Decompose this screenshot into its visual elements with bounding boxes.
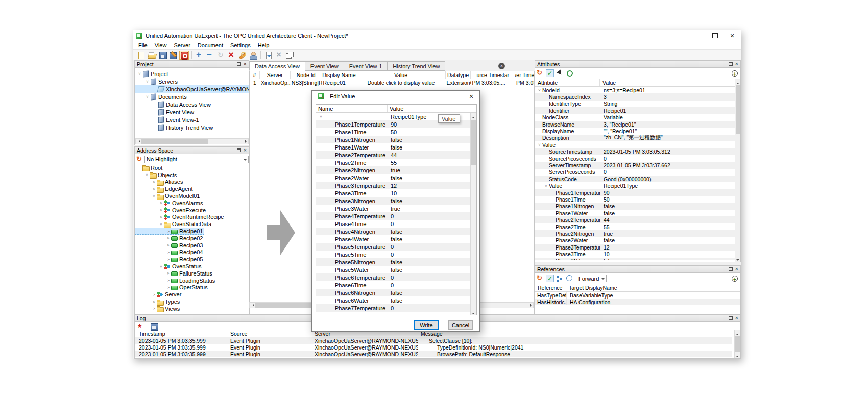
tree-item[interactable]: EdgeAgent (135, 185, 249, 192)
scroll-right-icon[interactable] (527, 303, 533, 308)
clear-log-icon[interactable] (136, 322, 146, 331)
chevron-down-icon[interactable] (318, 114, 324, 119)
tree-item[interactable]: Documents (135, 93, 249, 101)
reference-row[interactable]: HasHistoric...HA Configuration (535, 298, 740, 305)
column-header-rver-times[interactable]: rver Times (515, 71, 534, 79)
project-horizontal-scrollbar[interactable] (135, 138, 249, 144)
scroll-right-icon[interactable] (243, 139, 248, 144)
dialog-close-icon[interactable] (463, 91, 479, 102)
write-button[interactable]: Write (414, 320, 439, 330)
pick-icon[interactable] (556, 69, 564, 77)
value-column-header[interactable]: Value (388, 106, 403, 112)
dialog-value-row[interactable]: Phase5Temperature0 (316, 243, 476, 251)
chevron-right-icon[interactable] (151, 306, 157, 311)
tree-item[interactable]: OvenAlarms (135, 200, 249, 207)
add-document-icon[interactable] (263, 51, 273, 60)
dialog-value-row[interactable]: Phase5Waterfalse (316, 266, 476, 273)
attribute-row[interactable]: Phase1Time50 (535, 196, 735, 203)
disconnect-server-icon[interactable] (179, 51, 189, 60)
maximize-button[interactable] (706, 30, 724, 41)
attribute-row[interactable]: Phase1Nitrogenfalse (535, 203, 735, 210)
attribute-row[interactable]: StatusCodeGood (0x00000000) (535, 176, 735, 182)
close-panel-icon[interactable] (244, 148, 247, 152)
tree-item[interactable]: OvenStaticData (135, 220, 249, 228)
log-row[interactable]: 2023-01-05 PM 3:03:35.999Event PluginXin… (135, 351, 732, 357)
chevron-down-icon[interactable] (543, 184, 549, 188)
dialog-value-row[interactable]: Phase7Temperature0 (316, 304, 476, 312)
attribute-row[interactable]: Phase2Temperature44 (535, 216, 735, 223)
scrollbar-thumb[interactable] (141, 139, 208, 144)
scroll-down-icon[interactable] (471, 310, 476, 315)
tree-item[interactable]: OvenRuntimeRecipe (135, 214, 249, 221)
tree-item[interactable]: Objects (135, 171, 249, 179)
menu-server[interactable]: Server (170, 42, 194, 48)
auto-update-icon[interactable] (546, 275, 554, 282)
dialog-value-row[interactable]: Phase6Nitrogenfalse (316, 289, 476, 296)
save-log-icon[interactable] (149, 322, 159, 331)
attribute-row[interactable]: NamespaceIndex3 (535, 93, 735, 100)
chevron-right-icon[interactable] (158, 208, 164, 212)
tree-item[interactable]: FailureStatus (135, 270, 249, 277)
chevron-right-icon[interactable] (165, 278, 171, 283)
chevron-right-icon[interactable] (151, 292, 157, 297)
chevron-right-icon[interactable] (151, 187, 157, 191)
tab-event-view-1[interactable]: Event View-1 (344, 61, 388, 71)
remove-server-icon[interactable] (205, 51, 215, 60)
attribute-row[interactable]: ServerPicoseconds0 (535, 169, 735, 176)
column-header-node-id[interactable]: Node Id (291, 71, 322, 79)
refresh-icon[interactable] (136, 156, 143, 163)
dialog-value-row[interactable]: Phase1Time50 (316, 128, 476, 136)
chevron-right-icon[interactable] (165, 285, 171, 290)
dialog-value-row[interactable]: Phase3Time10 (316, 189, 476, 197)
attribute-row[interactable]: Phase1Temperature90 (535, 189, 735, 196)
attribute-row[interactable]: Phase2Nitrogentrue (535, 230, 735, 237)
highlight-icon[interactable] (565, 69, 573, 77)
chevron-right-icon[interactable] (165, 229, 171, 234)
chevron-right-icon[interactable] (151, 300, 157, 304)
add-attribute-icon[interactable] (732, 70, 738, 77)
new-document-icon[interactable] (136, 51, 146, 60)
chevron-right-icon[interactable] (165, 243, 171, 247)
tree-item[interactable]: Project (135, 70, 249, 78)
tree-item[interactable]: Data Access View (135, 101, 249, 108)
close-panel-icon[interactable] (735, 62, 738, 66)
scroll-up-icon[interactable] (471, 113, 476, 118)
change-user-icon[interactable] (248, 51, 258, 60)
tree-item[interactable]: Types (135, 298, 249, 305)
chevron-down-icon[interactable] (144, 172, 150, 177)
tree-item[interactable]: LoadingStatus (135, 277, 249, 284)
reference-column-header[interactable]: Reference (535, 284, 566, 291)
dialog-value-row[interactable]: Phase6Time0 (316, 281, 476, 289)
close-button[interactable] (724, 30, 741, 41)
attribute-row[interactable]: Phase3Nitrogenfalse (535, 258, 735, 260)
attributes-vertical-scrollbar[interactable] (735, 79, 740, 262)
value-column-header[interactable]: Value (600, 79, 740, 86)
column-header-display-name[interactable]: Display Name (322, 71, 357, 79)
chevron-down-icon[interactable] (158, 264, 164, 269)
name-column-header[interactable]: Name (316, 105, 388, 112)
close-panel-icon[interactable] (735, 316, 738, 320)
highlight-filter-combo[interactable]: No Highlight (144, 156, 249, 163)
tree-item[interactable]: Recipe02 (135, 235, 249, 242)
dialog-value-row[interactable]: Phase3Temperature12 (316, 182, 476, 189)
dialog-value-row[interactable]: Phase4Nitrogenfalse (316, 228, 476, 235)
dialog-value-row[interactable]: Phase6Waterfalse (316, 296, 476, 304)
attribute-row[interactable]: Phase3Temperature12 (535, 244, 735, 251)
dialog-value-row[interactable]: Phase1Nitrogenfalse (316, 136, 476, 143)
server-settings-icon[interactable] (237, 51, 247, 60)
attribute-row[interactable]: IdentifierTypeString (535, 101, 735, 107)
dialog-value-row[interactable]: Phase2Time55 (316, 159, 476, 166)
tree-item[interactable]: OvenModel01 (135, 192, 249, 200)
attribute-row[interactable]: IdentifierRecipe01 (535, 107, 735, 114)
float-panel-icon[interactable] (729, 316, 733, 320)
tree-item[interactable]: Event View-1 (135, 116, 249, 123)
tree-item[interactable]: Server (135, 291, 249, 298)
chevron-down-icon[interactable] (537, 142, 542, 147)
log-column-header-timestamp[interactable]: Timestamp (136, 331, 227, 337)
column-header-value[interactable]: Value (356, 71, 445, 79)
dialog-value-row[interactable]: Phase4Time0 (316, 220, 476, 228)
dialog-value-row[interactable]: Phase2Waterfalse (316, 174, 476, 182)
target-displayname-column-header[interactable]: Target DisplayName (566, 284, 740, 291)
log-row[interactable]: 2023-01-05 PM 3:03:35.999Event PluginXin… (135, 344, 732, 351)
tree-item[interactable]: OperStatus (135, 284, 249, 291)
